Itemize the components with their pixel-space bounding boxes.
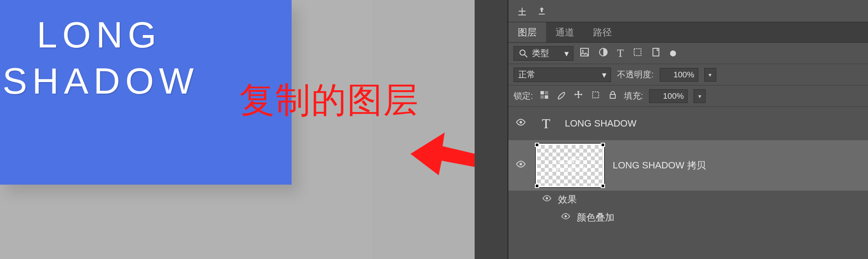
opacity-value-text: 100% xyxy=(673,70,694,79)
lock-all-icon[interactable] xyxy=(608,90,618,102)
lock-transparent-icon[interactable] xyxy=(539,90,549,102)
fill-value-text: 100% xyxy=(663,91,684,101)
filter-kind-select[interactable]: 类型 ▾ xyxy=(514,46,573,61)
layers-panel: 图层 通道 路径 类型 ▾ T 正常 xyxy=(508,0,868,259)
svg-point-17 xyxy=(520,163,522,165)
filter-shape-icon[interactable] xyxy=(632,47,643,60)
filter-adjust-icon[interactable] xyxy=(598,47,608,60)
layer-filter-row: 类型 ▾ T xyxy=(508,43,868,64)
annotation-label: 复制的图层 xyxy=(239,77,419,124)
lock-artboard-icon[interactable] xyxy=(590,90,601,102)
filter-pixel-icon[interactable] xyxy=(579,47,590,60)
thumb-line1: LONG xyxy=(551,157,589,165)
filter-toggle-dot[interactable] xyxy=(670,50,676,56)
fill-stepper[interactable]: ▾ xyxy=(694,89,706,103)
thumb-ghost-text: LONG SHADOW xyxy=(551,157,589,174)
opacity-value[interactable]: 100% xyxy=(660,68,698,82)
svg-rect-13 xyxy=(545,95,548,99)
svg-rect-15 xyxy=(610,94,615,98)
lock-icons xyxy=(539,90,618,102)
fill-label: 填充: xyxy=(624,90,644,102)
blend-opacity-row: 正常 ▾ 不透明度: 100% ▾ xyxy=(508,64,868,85)
tab-paths-label: 路径 xyxy=(593,26,612,39)
fx-color-overlay-row[interactable]: 颜色叠加 xyxy=(508,209,868,227)
filter-type-t-icon[interactable]: T xyxy=(617,47,624,60)
lock-move-icon[interactable] xyxy=(573,90,584,102)
lock-brush-icon[interactable] xyxy=(556,90,567,102)
canvas-area: LONG SHADOW xyxy=(0,0,372,259)
filter-kind-label: 类型 xyxy=(532,47,549,59)
svg-rect-10 xyxy=(540,91,544,94)
tab-channels-label: 通道 xyxy=(555,26,574,39)
blend-mode-select[interactable]: 正常 ▾ xyxy=(514,68,611,82)
visibility-toggle-icon[interactable] xyxy=(514,159,527,172)
chevron-down-icon: ▾ xyxy=(602,70,606,80)
fill-value[interactable]: 100% xyxy=(649,89,688,103)
fx-effects-label: 效果 xyxy=(558,193,577,206)
filter-type-icons: T xyxy=(579,47,676,60)
artwork-text-line2: SHADOW xyxy=(3,60,199,102)
visibility-toggle-icon[interactable] xyxy=(560,212,572,224)
layer-row[interactable]: LONG SHADOW LONG SHADOW 拷贝 xyxy=(508,140,868,191)
layer-row[interactable]: T LONG SHADOW xyxy=(508,107,868,140)
layer-name: LONG SHADOW 拷贝 xyxy=(613,159,706,172)
text-layer-thumb: T xyxy=(536,113,556,134)
search-icon xyxy=(518,48,528,59)
svg-rect-11 xyxy=(545,91,548,94)
opacity-stepper[interactable]: ▾ xyxy=(704,68,716,82)
svg-rect-14 xyxy=(593,92,599,98)
svg-point-3 xyxy=(520,50,525,55)
panel-tabs: 图层 通道 路径 xyxy=(508,22,868,43)
fx-color-overlay-label: 颜色叠加 xyxy=(577,211,614,224)
svg-point-19 xyxy=(564,215,567,218)
svg-point-18 xyxy=(546,197,548,200)
lock-label: 锁定: xyxy=(514,90,533,102)
svg-rect-2 xyxy=(539,14,545,15)
tab-paths[interactable]: 路径 xyxy=(584,22,621,42)
svg-point-16 xyxy=(520,121,522,124)
tab-channels[interactable]: 通道 xyxy=(546,22,584,42)
export-icon[interactable] xyxy=(537,6,547,16)
opacity-label: 不透明度: xyxy=(617,69,654,80)
chevron-down-icon: ▾ xyxy=(564,48,569,59)
add-icon[interactable] xyxy=(517,6,527,16)
layers-list: T LONG SHADOW LONG SHADOW LONG SHADOW 拷贝 xyxy=(508,107,868,259)
visibility-toggle-icon[interactable] xyxy=(541,194,553,206)
filter-smart-icon[interactable] xyxy=(651,47,661,60)
svg-rect-1 xyxy=(518,15,526,15)
svg-rect-9 xyxy=(653,48,659,56)
lock-fill-row: 锁定: 填充: 100% ▾ xyxy=(508,85,868,107)
tab-layers[interactable]: 图层 xyxy=(508,22,546,42)
thumb-line2: SHADOW xyxy=(551,165,589,174)
blend-mode-value: 正常 xyxy=(518,69,535,80)
tab-layers-label: 图层 xyxy=(518,26,537,39)
svg-rect-8 xyxy=(634,49,641,56)
smart-object-thumb: LONG SHADOW xyxy=(536,144,604,187)
panels-dock: 图层 通道 路径 类型 ▾ T 正常 xyxy=(475,0,868,259)
layer-name: LONG SHADOW xyxy=(565,118,636,129)
svg-rect-12 xyxy=(540,95,544,99)
panel-top-toolbar xyxy=(508,0,868,22)
artwork-text-line1: LONG xyxy=(37,14,162,56)
panels-collapsed-strip[interactable] xyxy=(475,0,508,259)
fx-effects-row[interactable]: 效果 xyxy=(508,191,868,209)
svg-line-4 xyxy=(525,55,527,57)
visibility-toggle-icon[interactable] xyxy=(514,117,527,130)
svg-point-6 xyxy=(582,50,584,52)
